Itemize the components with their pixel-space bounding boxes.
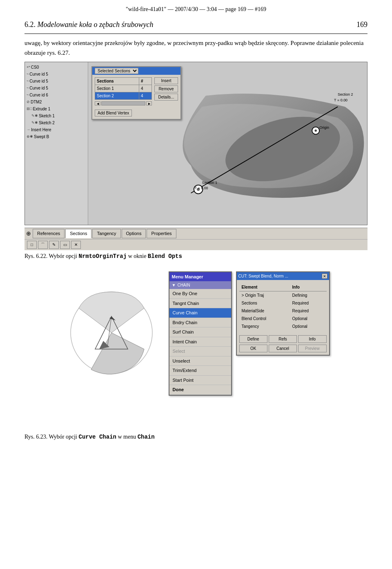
menu-item-start-point[interactable]: Start Point <box>169 376 231 385</box>
page-content: 6.2. Modelowanie koła o zębach śrubowych… <box>0 15 392 456</box>
header-text: "wild-fire-41a01" — 2007/4/30 — 3:04 — p… <box>126 6 266 12</box>
model-tree: ×* CS0 ~ Curve id 5 ~ Curve id 5 ~ Curve… <box>25 62 88 225</box>
cut-dialog-buttons-row1: Define Refs Info <box>237 334 329 345</box>
toolbar-rect-btn[interactable]: □ <box>27 241 37 249</box>
cut-elements-table: Element Info Origin Traj Defining Sectio… <box>239 283 327 330</box>
toolbar-cross-btn[interactable]: ✕ <box>71 241 81 249</box>
table-row[interactable]: Section 1 4 <box>95 85 152 92</box>
table-row-selected[interactable]: Section 2 4 <box>95 92 152 100</box>
svg-point-5 <box>314 130 316 132</box>
menu-item-curve-chain[interactable]: Curve Chain <box>169 308 231 318</box>
section-title: 6.2. Modelowanie koła o zębach śrubowych <box>24 19 153 30</box>
svg-text:Section 2: Section 2 <box>338 92 353 96</box>
col-hash: # <box>139 78 151 85</box>
selected-sections-dialog[interactable]: Selected Sections Sections # <box>91 66 181 120</box>
tree-item-swept: ⊕✱ Swept B <box>25 133 88 140</box>
scroll-bar[interactable]: ◀ ▶ <box>95 101 152 105</box>
details-button[interactable]: Details... <box>154 94 178 101</box>
cut-info-btn[interactable]: Info <box>298 335 326 343</box>
cut-col-info: Info <box>290 283 327 291</box>
cut-dialog-close-btn[interactable]: ✕ <box>322 273 327 279</box>
add-blend-vertex-button[interactable]: Add Blend Vertex <box>95 110 132 116</box>
cut-define-btn[interactable]: Define <box>239 335 267 343</box>
menu-item-select[interactable]: Select <box>169 347 231 356</box>
menu-item-unselect[interactable]: Unselect <box>169 356 231 366</box>
menu-item-tangnt-chain[interactable]: Tangnt Chain <box>169 299 231 309</box>
section-divider <box>24 34 368 34</box>
cut-dialog-titlebar: CUT: Swept Blend, Norm ... ✕ <box>237 272 329 280</box>
col-sections: Sections <box>95 78 139 85</box>
figure-caption-2: Rys. 6.23. Wybór opcji Curve Chain w men… <box>24 432 368 441</box>
svg-text:T = 0.00: T = 0.00 <box>195 186 208 190</box>
tree-item-dtm2: ⊘ DTM2 <box>25 99 88 105</box>
cut-row-tangency: Tangency Optional <box>239 323 327 330</box>
tree-item-curve4: ~ Curve id 6 <box>25 92 88 99</box>
tree-item-cs0: ×* CS0 <box>25 64 88 71</box>
dialog-body: Sections # Section 1 4 <box>92 75 180 119</box>
figure-tabs: ⊕ References Sections Tangency Options P… <box>24 228 368 239</box>
toolbar-curve-btn[interactable]: ⌒ <box>38 241 48 249</box>
tab-sections[interactable]: Sections <box>65 229 91 238</box>
figure-2-box: Menu Manager ▼ CHAIN One By One Tangnt C… <box>24 267 368 431</box>
cut-col-element: Element <box>239 283 290 291</box>
menu-manager-title: Menu Manager <box>169 272 231 282</box>
insert-button[interactable]: Insert <box>154 77 178 84</box>
cut-row-origin: Origin Traj Defining <box>239 291 327 299</box>
cut-dialog[interactable]: CUT: Swept Blend, Norm ... ✕ Element Inf… <box>236 271 330 356</box>
menu-chain-header: ▼ CHAIN <box>169 281 231 289</box>
menu-item-surf-chain[interactable]: Surf Chain <box>169 327 231 337</box>
svg-text:Origin: Origin <box>319 125 329 130</box>
figure-toolbar: □ ⌒ ✎ ▭ ✕ <box>24 239 368 250</box>
tree-item-insert: → Insert Here <box>25 126 88 133</box>
toolbar-box-btn[interactable]: ▭ <box>60 241 70 249</box>
cut-preview-btn[interactable]: Preview <box>298 345 326 352</box>
circle-sketch-svg <box>62 284 160 382</box>
figure-1-box: ×* CS0 ~ Curve id 5 ~ Curve id 5 ~ Curve… <box>24 62 368 225</box>
cut-row-material: MaterialSide Required <box>239 307 327 315</box>
tab-tangency[interactable]: Tangency <box>92 229 120 238</box>
dialog-titlebar: Selected Sections <box>92 67 180 75</box>
cut-cancel-btn[interactable]: Cancel <box>269 345 297 352</box>
sections-table: Sections # Section 1 4 <box>95 77 152 100</box>
figure-caption-1: Rys. 6.22. Wybór opcji NrmtoOrginTraj w … <box>24 252 368 261</box>
cut-row-blend: Blend Control Optional <box>239 315 327 323</box>
menu-item-done[interactable]: Done <box>169 385 231 395</box>
tree-item-curve1: ~ Curve id 5 <box>25 71 88 78</box>
tree-item-sketch1: ✎✱ Sketch 1 <box>25 112 88 119</box>
cut-row-sections: Sections Required <box>239 299 327 307</box>
svg-text:Section 1: Section 1 <box>202 181 217 185</box>
scroll-left-btn[interactable]: ◀ <box>95 101 100 105</box>
cut-dialog-buttons-row2: OK Cancel Preview <box>237 345 329 355</box>
menu-manager: Menu Manager ▼ CHAIN One By One Tangnt C… <box>169 271 232 396</box>
tree-item-curve2: ~ Curve id 5 <box>25 78 88 85</box>
tree-item-extrude: ⊞□ Extrude 1 <box>25 105 88 112</box>
tab-icon: ⊕ <box>26 229 31 238</box>
menu-item-trim-extend[interactable]: Trim/Extend <box>169 366 231 376</box>
svg-text:T = 0.00: T = 0.00 <box>334 98 347 102</box>
remove-button[interactable]: Remove <box>154 85 178 92</box>
cut-ok-btn[interactable]: OK <box>239 345 267 352</box>
section-heading: 6.2. Modelowanie koła o zębach śrubowych… <box>24 19 368 30</box>
tree-item-curve3: ~ Curve id 5 <box>25 85 88 92</box>
body-text-1: uwagę, by wektory orientacyjne przekrojó… <box>24 38 368 58</box>
menu-item-one-by-one[interactable]: One By One <box>169 289 231 299</box>
tree-item-sketch2: ✎✱ Sketch 2 <box>25 119 88 126</box>
cut-refs-btn[interactable]: Refs <box>269 335 297 343</box>
page-header: "wild-fire-41a01" — 2007/4/30 — 3:04 — p… <box>0 0 392 15</box>
toolbar-edit-btn[interactable]: ✎ <box>49 241 59 249</box>
page-number: 169 <box>356 19 368 30</box>
menu-item-intent-chain[interactable]: Intent Chain <box>169 337 231 347</box>
sections-dropdown[interactable]: Selected Sections <box>95 68 138 74</box>
tab-options[interactable]: Options <box>122 229 146 238</box>
menu-item-bndry-chain[interactable]: Bndry Chain <box>169 318 231 328</box>
cut-dialog-body: Element Info Origin Traj Defining Sectio… <box>237 280 329 334</box>
tab-properties[interactable]: Properties <box>147 229 176 238</box>
cad-area: T = 0.00 Section 2 Origin Section 1 T = … <box>88 62 367 225</box>
scroll-track <box>101 101 145 105</box>
scroll-right-btn[interactable]: ▶ <box>146 101 152 105</box>
cs0-icon: ×* <box>27 65 30 70</box>
tab-references[interactable]: References <box>33 229 65 238</box>
